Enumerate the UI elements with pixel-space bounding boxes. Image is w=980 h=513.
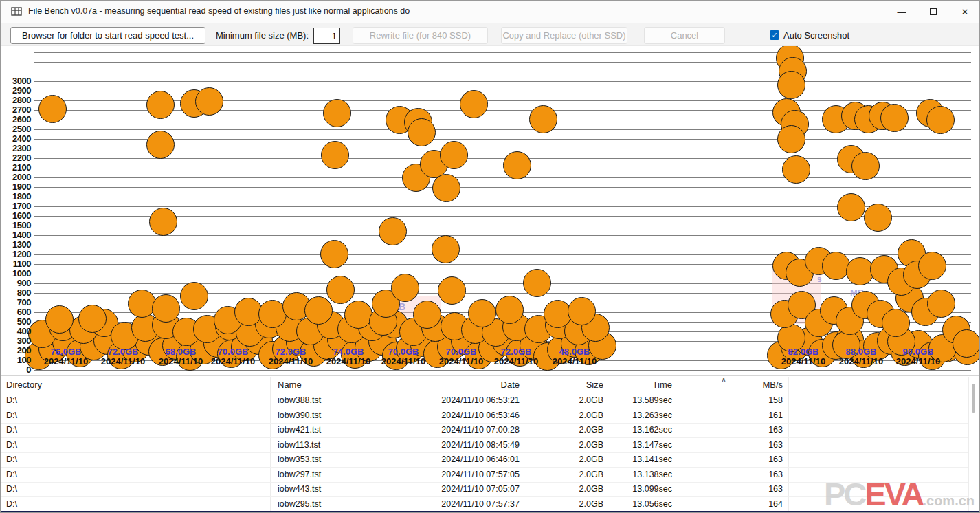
cell-date: 2024/11/10 07:00:28 [414,423,520,438]
cell-mbs: 163 [680,468,783,483]
cell-size: 2.0GB [531,393,603,408]
auto-screenshot-checkbox[interactable]: ✓ [770,30,779,40]
x-date-label: 2024/11/10 [553,356,597,367]
toolbar: Browser for folder to start read speed t… [1,23,980,46]
y-tick-label: 800 [1,288,31,298]
gridline [34,235,971,236]
x-size-label: 72.0GB [276,347,307,357]
cell-directory: D:\ [6,482,265,497]
data-point [782,155,810,184]
app-icon [11,6,22,17]
data-point [391,274,419,302]
cell-directory: D:\ [6,423,265,438]
y-tick-label: 1800 [1,192,31,201]
cell-directory: D:\ [6,468,265,483]
column-header-directory[interactable]: Directory [6,377,265,393]
x-size-label: 90.0GB [903,347,934,357]
cell-mbs: 161 [680,408,783,424]
column-header-name[interactable]: Name [278,377,408,393]
data-point [149,208,177,236]
cell-size: 2.0GB [531,438,603,453]
data-point [323,99,351,127]
table-row[interactable]: D:\iobw388.tst2024/11/10 06:53:212.0GB13… [1,393,980,408]
y-tick-label: 200 [1,346,31,356]
gridline [34,283,971,284]
y-tick-label: 2800 [1,96,31,105]
x-size-label: 70.0GB [388,347,419,357]
cell-name: iobw421.tst [278,423,408,438]
table-scrollbar-thumb[interactable] [972,384,975,413]
rewrite-file-button[interactable]: Rewrite file (for 840 SSD) [353,27,488,44]
cell-date: 2024/11/10 06:53:21 [414,393,520,408]
data-point [195,87,223,116]
cell-size: 2.0GB [531,468,603,483]
cell-time: 13.138sec [612,468,672,483]
browse-folder-button[interactable]: Browser for folder to start read speed t… [10,27,205,44]
close-button[interactable]: ✕ [949,1,980,23]
column-header-time[interactable]: Time [612,377,672,393]
x-date-label: 2024/11/10 [839,356,883,367]
data-point [529,105,557,133]
data-point [468,299,496,327]
data-point [822,252,850,280]
gridline [34,72,971,72]
data-point [78,305,107,333]
x-size-label: 74.0GB [333,347,364,357]
y-tick-label: 1300 [1,240,31,250]
data-point [408,118,436,146]
table-row[interactable]: D:\iobw390.tst2024/11/10 06:53:462.0GB13… [1,408,980,424]
cell-name: iobw297.tst [278,468,408,483]
copy-replace-button[interactable]: Copy and Replace (other SSD) [501,27,627,44]
data-point [523,269,551,297]
cell-size: 2.0GB [531,452,603,468]
data-point [503,151,531,179]
min-file-size-label: Minimum file size (MB): [216,30,309,41]
x-date-label: 2024/11/10 [494,356,538,367]
maximize-icon [930,8,937,15]
cancel-button[interactable]: Cancel [644,27,725,44]
data-point [45,305,74,334]
data-point [918,252,946,280]
y-tick-label: 1400 [1,230,31,240]
x-date-label: 2024/11/10 [101,356,145,367]
table-row[interactable]: D:\iobw421.tst2024/11/10 07:00:282.0GB13… [1,423,980,438]
x-date-label: 2024/11/10 [781,356,825,367]
data-point [837,193,865,221]
cell-time: 13.141sec [612,452,672,468]
min-file-size-input[interactable] [313,28,340,44]
y-tick-label: 1900 [1,182,31,192]
cell-mbs: 163 [680,438,783,453]
y-tick-label: 2500 [1,124,31,134]
column-header-date[interactable]: Date [414,377,520,393]
column-header-mbs[interactable]: MB/s [680,377,783,393]
x-date-label: 2024/11/10 [896,356,940,367]
titlebar: File Bench v0.07a - measuring sequential… [1,1,980,23]
data-point [432,235,460,263]
data-point [926,106,955,134]
data-point [146,131,175,159]
cell-name: iobw443.tst [278,482,408,497]
y-tick-label: 2600 [1,115,31,124]
auto-screenshot-label: Auto Screenshot [783,30,849,41]
cell-name: iobw113.tst [278,438,408,453]
gridline [34,245,971,245]
cell-size: 2.0GB [531,423,603,438]
data-point [568,297,596,325]
y-tick-label: 3000 [1,76,31,86]
cell-date: 2024/11/10 07:57:37 [414,497,520,512]
maximize-button[interactable] [917,1,949,23]
table-row[interactable]: D:\iobw353.tst2024/11/10 06:46:012.0GB13… [1,452,980,468]
y-tick-label: 1200 [1,250,31,259]
column-header-size[interactable]: Size [531,377,603,393]
x-date-label: 2024/11/10 [211,356,255,367]
y-tick-label: 100 [1,356,31,365]
table-row[interactable]: D:\iobw113.tst2024/11/10 08:45:492.0GB13… [1,438,980,453]
cell-size: 2.0GB [531,482,603,497]
minimize-button[interactable]: — [886,1,917,23]
data-point [344,301,372,329]
cell-time: 13.162sec [612,423,672,438]
y-tick-label: 2100 [1,163,31,173]
sort-indicator: ∧ [721,375,726,384]
x-size-label: 68.0GB [166,347,197,357]
data-point [180,282,208,310]
